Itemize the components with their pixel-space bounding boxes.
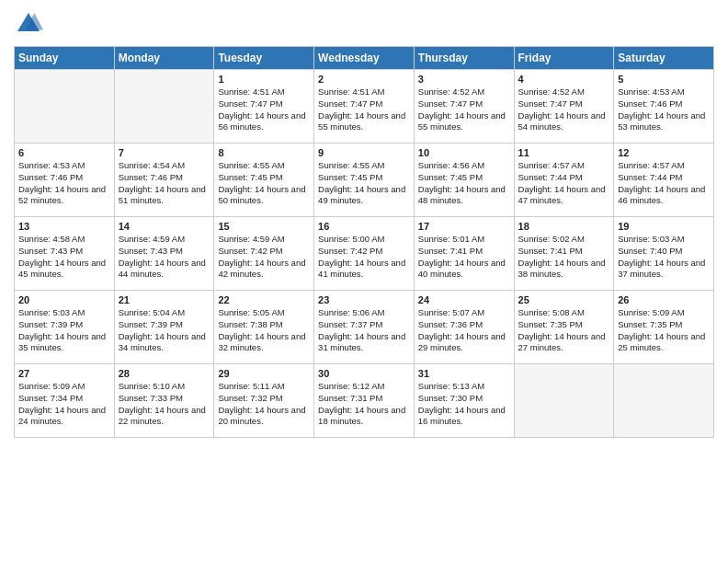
day-info: Sunrise: 5:06 AM Sunset: 7:37 PM Dayligh… — [318, 307, 410, 354]
weekday-header-row: SundayMondayTuesdayWednesdayThursdayFrid… — [15, 47, 714, 70]
calendar-cell: 2Sunrise: 4:51 AM Sunset: 7:47 PM Daylig… — [314, 70, 415, 144]
weekday-header: Friday — [514, 47, 614, 70]
calendar-cell: 1Sunrise: 4:51 AM Sunset: 7:47 PM Daylig… — [214, 70, 314, 144]
day-info: Sunrise: 4:55 AM Sunset: 7:45 PM Dayligh… — [318, 160, 410, 207]
calendar-cell: 16Sunrise: 5:00 AM Sunset: 7:42 PM Dayli… — [314, 217, 415, 291]
page-header — [14, 9, 714, 39]
day-info: Sunrise: 5:00 AM Sunset: 7:42 PM Dayligh… — [318, 234, 410, 281]
day-info: Sunrise: 5:09 AM Sunset: 7:35 PM Dayligh… — [618, 307, 710, 354]
day-number: 10 — [418, 147, 510, 158]
day-info: Sunrise: 5:03 AM Sunset: 7:39 PM Dayligh… — [18, 307, 110, 354]
day-number: 8 — [218, 147, 310, 158]
day-number: 21 — [119, 294, 210, 305]
day-info: Sunrise: 4:51 AM Sunset: 7:47 PM Dayligh… — [318, 86, 410, 133]
day-number: 27 — [18, 368, 110, 379]
day-info: Sunrise: 4:56 AM Sunset: 7:45 PM Dayligh… — [418, 160, 510, 207]
calendar-cell: 23Sunrise: 5:06 AM Sunset: 7:37 PM Dayli… — [314, 291, 415, 364]
page-container: SundayMondayTuesdayWednesdayThursdayFrid… — [0, 0, 728, 447]
day-info: Sunrise: 4:52 AM Sunset: 7:47 PM Dayligh… — [518, 86, 610, 133]
calendar-cell: 12Sunrise: 4:57 AM Sunset: 7:44 PM Dayli… — [614, 144, 714, 217]
day-number: 19 — [618, 221, 710, 232]
calendar-cell: 29Sunrise: 5:11 AM Sunset: 7:32 PM Dayli… — [214, 364, 314, 438]
calendar-cell: 22Sunrise: 5:05 AM Sunset: 7:38 PM Dayli… — [214, 291, 314, 364]
day-number: 31 — [418, 368, 510, 379]
day-number: 30 — [318, 368, 410, 379]
day-info: Sunrise: 4:57 AM Sunset: 7:44 PM Dayligh… — [618, 160, 710, 207]
day-info: Sunrise: 5:09 AM Sunset: 7:34 PM Dayligh… — [18, 381, 110, 428]
day-number: 15 — [218, 221, 310, 232]
day-info: Sunrise: 4:53 AM Sunset: 7:46 PM Dayligh… — [618, 86, 710, 133]
day-number: 22 — [218, 294, 310, 305]
day-number: 16 — [318, 221, 410, 232]
day-info: Sunrise: 4:58 AM Sunset: 7:43 PM Dayligh… — [18, 234, 110, 281]
calendar-cell: 18Sunrise: 5:02 AM Sunset: 7:41 PM Dayli… — [514, 217, 614, 291]
day-number: 3 — [418, 74, 510, 85]
calendar-cell: 15Sunrise: 4:59 AM Sunset: 7:42 PM Dayli… — [214, 217, 314, 291]
day-number: 18 — [518, 221, 610, 232]
weekday-header: Saturday — [614, 47, 714, 70]
day-number: 2 — [318, 74, 410, 85]
calendar-week-row: 20Sunrise: 5:03 AM Sunset: 7:39 PM Dayli… — [15, 291, 714, 364]
day-info: Sunrise: 4:57 AM Sunset: 7:44 PM Dayligh… — [518, 160, 610, 207]
calendar-cell: 10Sunrise: 4:56 AM Sunset: 7:45 PM Dayli… — [414, 144, 514, 217]
calendar-cell: 27Sunrise: 5:09 AM Sunset: 7:34 PM Dayli… — [15, 364, 115, 438]
day-info: Sunrise: 5:03 AM Sunset: 7:40 PM Dayligh… — [618, 234, 710, 281]
day-info: Sunrise: 5:07 AM Sunset: 7:36 PM Dayligh… — [418, 307, 510, 354]
day-number: 4 — [518, 74, 610, 85]
calendar-cell: 6Sunrise: 4:53 AM Sunset: 7:46 PM Daylig… — [15, 144, 115, 217]
day-number: 13 — [18, 221, 110, 232]
day-number: 6 — [18, 147, 110, 158]
calendar-cell: 26Sunrise: 5:09 AM Sunset: 7:35 PM Dayli… — [614, 291, 714, 364]
logo-icon — [14, 9, 43, 39]
day-info: Sunrise: 5:05 AM Sunset: 7:38 PM Dayligh… — [218, 307, 310, 354]
calendar-cell: 17Sunrise: 5:01 AM Sunset: 7:41 PM Dayli… — [414, 217, 514, 291]
day-info: Sunrise: 5:12 AM Sunset: 7:31 PM Dayligh… — [318, 381, 410, 428]
calendar-week-row: 27Sunrise: 5:09 AM Sunset: 7:34 PM Dayli… — [15, 364, 714, 438]
calendar-week-row: 1Sunrise: 4:51 AM Sunset: 7:47 PM Daylig… — [15, 70, 714, 144]
calendar-cell: 25Sunrise: 5:08 AM Sunset: 7:35 PM Dayli… — [514, 291, 614, 364]
calendar-cell: 9Sunrise: 4:55 AM Sunset: 7:45 PM Daylig… — [314, 144, 415, 217]
day-number: 11 — [518, 147, 610, 158]
weekday-header: Monday — [114, 47, 214, 70]
day-info: Sunrise: 4:55 AM Sunset: 7:45 PM Dayligh… — [218, 160, 310, 207]
day-info: Sunrise: 5:04 AM Sunset: 7:39 PM Dayligh… — [119, 307, 210, 354]
day-info: Sunrise: 4:52 AM Sunset: 7:47 PM Dayligh… — [418, 86, 510, 133]
day-info: Sunrise: 4:59 AM Sunset: 7:42 PM Dayligh… — [218, 234, 310, 281]
calendar-cell: 24Sunrise: 5:07 AM Sunset: 7:36 PM Dayli… — [414, 291, 514, 364]
day-info: Sunrise: 5:13 AM Sunset: 7:30 PM Dayligh… — [418, 381, 510, 428]
day-number: 28 — [119, 368, 210, 379]
day-number: 5 — [618, 74, 710, 85]
day-info: Sunrise: 4:53 AM Sunset: 7:46 PM Dayligh… — [18, 160, 110, 207]
calendar-week-row: 6Sunrise: 4:53 AM Sunset: 7:46 PM Daylig… — [15, 144, 714, 217]
day-info: Sunrise: 4:51 AM Sunset: 7:47 PM Dayligh… — [218, 86, 310, 133]
day-info: Sunrise: 5:11 AM Sunset: 7:32 PM Dayligh… — [218, 381, 310, 428]
day-number: 17 — [418, 221, 510, 232]
weekday-header: Tuesday — [214, 47, 314, 70]
day-number: 26 — [618, 294, 710, 305]
calendar-week-row: 13Sunrise: 4:58 AM Sunset: 7:43 PM Dayli… — [15, 217, 714, 291]
day-info: Sunrise: 4:59 AM Sunset: 7:43 PM Dayligh… — [119, 234, 210, 281]
calendar-cell: 21Sunrise: 5:04 AM Sunset: 7:39 PM Dayli… — [114, 291, 214, 364]
day-info: Sunrise: 5:10 AM Sunset: 7:33 PM Dayligh… — [119, 381, 210, 428]
day-number: 9 — [318, 147, 410, 158]
day-info: Sunrise: 5:02 AM Sunset: 7:41 PM Dayligh… — [518, 234, 610, 281]
day-number: 29 — [218, 368, 310, 379]
calendar-cell — [114, 70, 214, 144]
day-number: 12 — [618, 147, 710, 158]
calendar-cell — [15, 70, 115, 144]
weekday-header: Wednesday — [314, 47, 415, 70]
day-number: 7 — [119, 147, 210, 158]
day-number: 1 — [218, 74, 310, 85]
calendar-cell — [614, 364, 714, 438]
calendar-cell: 28Sunrise: 5:10 AM Sunset: 7:33 PM Dayli… — [114, 364, 214, 438]
calendar-cell: 3Sunrise: 4:52 AM Sunset: 7:47 PM Daylig… — [414, 70, 514, 144]
day-info: Sunrise: 5:08 AM Sunset: 7:35 PM Dayligh… — [518, 307, 610, 354]
calendar-cell: 14Sunrise: 4:59 AM Sunset: 7:43 PM Dayli… — [114, 217, 214, 291]
day-number: 23 — [318, 294, 410, 305]
calendar-table: SundayMondayTuesdayWednesdayThursdayFrid… — [14, 46, 714, 438]
day-info: Sunrise: 4:54 AM Sunset: 7:46 PM Dayligh… — [119, 160, 210, 207]
day-number: 14 — [119, 221, 210, 232]
day-info: Sunrise: 5:01 AM Sunset: 7:41 PM Dayligh… — [418, 234, 510, 281]
calendar-cell: 20Sunrise: 5:03 AM Sunset: 7:39 PM Dayli… — [15, 291, 115, 364]
calendar-cell: 8Sunrise: 4:55 AM Sunset: 7:45 PM Daylig… — [214, 144, 314, 217]
